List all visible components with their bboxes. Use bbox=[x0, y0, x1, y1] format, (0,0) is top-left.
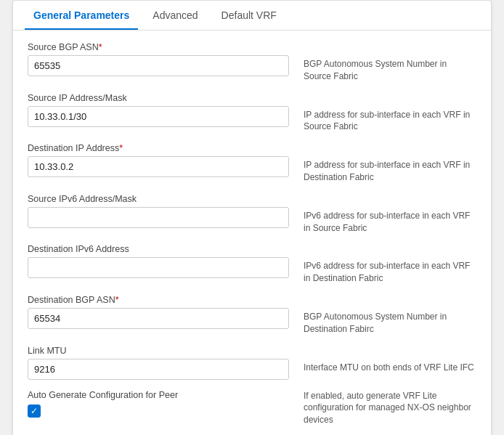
field-row-6: Link MTUInterface MTU on both ends of VR… bbox=[28, 346, 476, 380]
label-6: Link MTU bbox=[28, 346, 289, 356]
help-text-3: IPv6 address for sub-interface in each V… bbox=[304, 194, 476, 235]
required-indicator-5: * bbox=[115, 295, 119, 305]
input-5[interactable] bbox=[28, 308, 289, 329]
label-3: Source IPv6 Address/Mask bbox=[28, 194, 289, 204]
auto-generate-row: Auto Generate Configuration for Peer ✓ I… bbox=[28, 390, 476, 426]
label-0: Source BGP ASN* bbox=[28, 42, 289, 52]
field-row-4: Destination IPv6 AddressIPv6 address for… bbox=[28, 244, 476, 285]
input-1[interactable] bbox=[28, 106, 289, 127]
form-content: Source BGP ASN*BGP Autonomous System Num… bbox=[13, 31, 491, 435]
required-indicator-2: * bbox=[119, 143, 123, 153]
help-text-5: BGP Autonomous System Number in Destinat… bbox=[304, 295, 476, 336]
label-1: Source IP Address/Mask bbox=[28, 93, 289, 103]
input-6[interactable] bbox=[28, 359, 289, 380]
field-row-3: Source IPv6 Address/MaskIPv6 address for… bbox=[28, 194, 476, 235]
input-2[interactable] bbox=[28, 156, 289, 177]
field-row-0: Source BGP ASN*BGP Autonomous System Num… bbox=[28, 42, 476, 83]
required-indicator-0: * bbox=[99, 42, 102, 52]
help-text-1: IP address for sub-interface in each VRF… bbox=[304, 93, 476, 134]
auto-generate-label: Auto Generate Configuration for Peer bbox=[28, 390, 289, 400]
help-text-2: IP address for sub-interface in each VRF… bbox=[304, 143, 476, 184]
label-2: Destination IP Address* bbox=[28, 143, 289, 153]
tab-general-parameters[interactable]: General Parameters bbox=[25, 1, 138, 30]
input-4[interactable] bbox=[28, 257, 289, 278]
tab-bar: General Parameters Advanced Default VRF bbox=[13, 1, 491, 31]
field-row-2: Destination IP Address*IP address for su… bbox=[28, 143, 476, 184]
auto-generate-field: Auto Generate Configuration for Peer ✓ bbox=[28, 390, 289, 418]
help-text-0: BGP Autonomous System Number in Source F… bbox=[304, 42, 476, 83]
field-row-5: Destination BGP ASN*BGP Autonomous Syste… bbox=[28, 295, 476, 336]
help-text-6: Interface MTU on both ends of VRF Lite I… bbox=[304, 346, 476, 374]
label-4: Destination IPv6 Address bbox=[28, 244, 289, 254]
label-5: Destination BGP ASN* bbox=[28, 295, 289, 305]
auto-generate-checkbox[interactable]: ✓ bbox=[28, 404, 41, 418]
tab-advanced[interactable]: Advanced bbox=[144, 1, 206, 30]
form-card: General Parameters Advanced Default VRF … bbox=[12, 0, 492, 435]
input-3[interactable] bbox=[28, 207, 289, 228]
input-0[interactable] bbox=[28, 55, 289, 76]
checkmark-icon: ✓ bbox=[31, 407, 38, 415]
auto-generate-help: If enabled, auto generate VRF Lite confi… bbox=[304, 390, 476, 426]
field-row-1: Source IP Address/MaskIP address for sub… bbox=[28, 93, 476, 134]
help-text-4: IPv6 address for sub-interface in each V… bbox=[304, 244, 476, 285]
tab-default-vrf[interactable]: Default VRF bbox=[213, 1, 285, 30]
